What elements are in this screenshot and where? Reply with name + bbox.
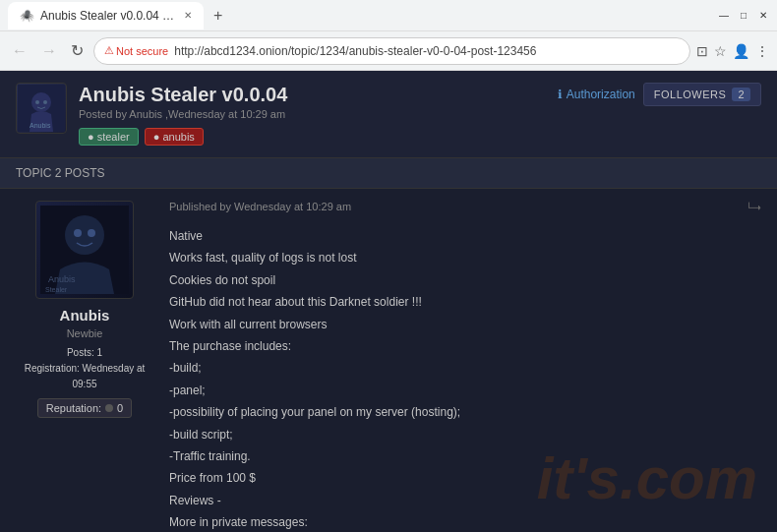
minimize-button[interactable]: — — [718, 10, 730, 22]
toolbar-icons: ⊡ ☆ 👤 ⋮ — [696, 43, 769, 59]
post-line: -panel; — [169, 381, 761, 400]
user-role: Newbie — [16, 327, 153, 339]
post: Anubis Stealer Anubis Newbie Posts: 1Reg… — [16, 201, 761, 532]
post-line: -Traffic training. — [169, 446, 761, 466]
followers-section: ℹ Authorization FOLLOWERS 2 — [558, 83, 761, 106]
tab-title: Anubis Stealer v0.0.04 - Unverifie... — [40, 9, 178, 23]
forward-button[interactable]: → — [37, 38, 61, 64]
warning-icon: ⚠ — [104, 44, 114, 57]
followers-button[interactable]: FOLLOWERS 2 — [643, 83, 761, 106]
user-avatar-image: Anubis Stealer — [40, 206, 129, 294]
post-line: The purchase includes: — [169, 336, 761, 356]
browser-toolbar: ← → ↻ ⚠ Not secure http://abcd1234.onion… — [0, 31, 777, 71]
followers-label: FOLLOWERS — [654, 89, 727, 100]
security-indicator: ⚠ Not secure — [104, 44, 168, 57]
browser-titlebar: 🕷️ Anubis Stealer v0.0.04 - Unverifie...… — [0, 0, 777, 31]
tag-stealer[interactable]: ● stealer — [79, 128, 139, 146]
url-text: http://abcd1234.onion/topic/1234/anubis-… — [174, 44, 680, 58]
post-title: Anubis Stealer v0.0.04 — [79, 83, 287, 106]
forum-title-text: Anubis Stealer v0.0.04 Posted by Anubis … — [79, 83, 287, 146]
reputation-button[interactable]: Reputation: 0 — [37, 398, 132, 418]
svg-point-6 — [65, 215, 104, 255]
profile-icon[interactable]: 👤 — [733, 43, 749, 59]
back-button[interactable]: ← — [8, 38, 31, 64]
post-line: Works fast, quality of logs is not lost — [169, 248, 761, 267]
posted-by: Posted by Anubis ,Wednesday at 10:29 am — [79, 108, 287, 120]
published-info: Published by Wednesday at 10:29 am — [169, 201, 351, 216]
forum-tags: ● stealer ● anubis — [79, 128, 287, 146]
user-meta: Posts: 1Registration: Wednesday at09:55 — [16, 345, 153, 392]
post-line: -build script; — [169, 425, 761, 444]
not-secure-label: Not secure — [116, 45, 168, 57]
post-line: -possibility of placing your panel on my… — [169, 402, 761, 422]
tab-close-button[interactable]: ✕ — [184, 10, 192, 21]
post-meta: Published by Wednesday at 10:29 am ⮡ — [169, 201, 761, 216]
info-icon: ℹ — [558, 88, 563, 101]
svg-point-8 — [88, 229, 95, 237]
share-icon[interactable]: ⮡ — [747, 201, 761, 216]
user-sidebar: Anubis Stealer Anubis Newbie Posts: 1Reg… — [16, 201, 153, 532]
svg-text:Anubis: Anubis — [48, 274, 76, 284]
reputation-value: 0 — [117, 402, 123, 414]
reload-button[interactable]: ↻ — [67, 37, 88, 64]
post-content-area: Published by Wednesday at 10:29 am ⮡ Nat… — [169, 201, 761, 532]
svg-point-7 — [74, 229, 82, 237]
reputation-dot — [105, 404, 113, 412]
page-content: Anubis Anubis Stealer v0.0.04 Posted by … — [0, 71, 777, 532]
address-bar[interactable]: ⚠ Not secure http://abcd1234.onion/topic… — [93, 37, 690, 65]
new-tab-button[interactable]: + — [208, 7, 228, 25]
svg-text:Anubis: Anubis — [30, 122, 51, 129]
auth-label: Authorization — [567, 88, 635, 101]
user-avatar: Anubis Stealer — [35, 201, 134, 299]
post-line: GitHub did not hear about this Darknet s… — [169, 292, 761, 312]
maximize-button[interactable]: □ — [738, 10, 749, 22]
post-container: Anubis Stealer Anubis Newbie Posts: 1Reg… — [0, 189, 777, 532]
registration-label: Registration: — [25, 363, 80, 374]
followers-count: 2 — [732, 88, 750, 101]
forum-avatar: Anubis — [16, 83, 67, 134]
tag-anubis[interactable]: ● anubis — [145, 128, 204, 146]
post-line: Reviews - — [169, 491, 761, 510]
topic-bar: TOPIC 2 POSTS — [0, 157, 777, 189]
tab-favicon: 🕷️ — [20, 9, 34, 23]
menu-icon[interactable]: ⋮ — [755, 43, 769, 59]
post-body: NativeWorks fast, quality of logs is not… — [169, 226, 761, 532]
authorization-button[interactable]: ℹ Authorization — [558, 88, 635, 101]
forum-header: Anubis Anubis Stealer v0.0.04 Posted by … — [0, 71, 777, 157]
forum-title-section: Anubis Anubis Stealer v0.0.04 Posted by … — [16, 83, 287, 146]
post-line: Work with all current browsers — [169, 315, 761, 334]
svg-point-3 — [43, 100, 47, 104]
screen-share-icon[interactable]: ⊡ — [696, 43, 708, 59]
posts-label: Posts: — [67, 347, 94, 358]
post-line: -build; — [169, 358, 761, 378]
bookmark-icon[interactable]: ☆ — [714, 43, 727, 59]
browser-tab[interactable]: 🕷️ Anubis Stealer v0.0.04 - Unverifie...… — [8, 2, 204, 30]
post-line: More in private messages: — [169, 512, 761, 532]
avatar-image: Anubis — [18, 85, 65, 132]
reputation-label: Reputation: — [46, 402, 101, 414]
topic-posts-label: TOPIC 2 POSTS — [16, 166, 104, 180]
svg-text:Stealer: Stealer — [45, 286, 68, 293]
window-controls: — □ ✕ — [718, 10, 769, 22]
post-line: Price from 100 $ — [169, 468, 761, 488]
post-line: Native — [169, 226, 761, 246]
username: Anubis — [16, 307, 153, 324]
post-line: Cookies do not spoil — [169, 270, 761, 290]
svg-point-2 — [35, 100, 39, 104]
close-button[interactable]: ✕ — [757, 10, 769, 22]
